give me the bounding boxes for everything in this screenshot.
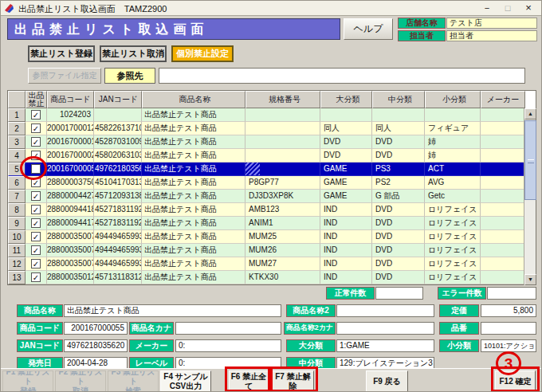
product-code-field[interactable]: 200167000055 [64, 322, 128, 335]
close-button[interactable]: × [519, 2, 538, 14]
checked-checkbox-icon[interactable]: ✓ [31, 218, 41, 228]
cell-sho: ロリフェイス [425, 230, 481, 244]
checked-checkbox-icon[interactable]: ✓ [31, 232, 41, 241]
cell-kikaku: MUM26 [245, 244, 320, 257]
error-count-label: エラー件数 [438, 287, 486, 300]
checked-checkbox-icon[interactable]: ✓ [31, 205, 41, 214]
f3-search-button: F3 禁止リスト検索 [108, 370, 159, 392]
cell-chu: G 部品 [372, 190, 425, 203]
product-name-field[interactable]: 出品禁止テスト商品 [64, 304, 281, 317]
scroll-up-icon[interactable]: ▲ [524, 108, 536, 120]
cell-maker [481, 163, 525, 176]
cell-jan-code: 4582261371076 [94, 122, 142, 135]
checked-checkbox-icon[interactable]: ✓ [31, 123, 41, 133]
minimize-button[interactable]: − [477, 2, 497, 14]
cell-sho: ロリフェイス [425, 244, 481, 257]
cell-jan-code: 4944946599333 [94, 257, 142, 271]
row-number: 3 [8, 135, 26, 149]
f2-cancel-button: F2 禁止リスト取消 [55, 370, 106, 392]
table-row[interactable]: 2✓2000170001214582261371076出品禁止テスト商品同人同人… [8, 122, 536, 135]
table-row[interactable]: 13✓2880003501214571311831213出品禁止テスト商品KTK… [8, 271, 536, 284]
checked-checkbox-icon[interactable]: ✓ [31, 110, 41, 120]
cell-kikaku [245, 135, 320, 149]
checked-checkbox-icon[interactable]: ✓ [31, 259, 41, 269]
table-row[interactable]: 52001670000554976218035620出品禁止テスト商品GAMEP… [8, 163, 536, 176]
cell-product-name: 出品禁止テスト商品 [142, 257, 245, 271]
table-row[interactable]: 11✓2880003500764944946599326出品禁止テスト商品MUM… [8, 244, 536, 257]
cell-jan-code: 4510417031321 [94, 176, 142, 190]
ban-checkbox-cell[interactable]: ✓ [26, 135, 47, 149]
vertical-scrollbar[interactable]: ▲ ▼ [524, 108, 536, 285]
scroll-thumb[interactable] [524, 120, 536, 200]
product-code-label: 商品コード [17, 322, 63, 335]
cell-kikaku: KTKX30 [245, 271, 320, 284]
f9-back-button[interactable]: F9 戻る [366, 370, 408, 392]
jan-code-field[interactable]: 4976218035620 [64, 339, 128, 352]
individual-ban-button[interactable]: 個別禁止設定 [171, 45, 234, 62]
file-path-input[interactable] [159, 68, 525, 84]
checked-checkbox-icon[interactable]: ✓ [31, 272, 41, 282]
browse-button[interactable]: 参照先 [104, 68, 155, 84]
product-name2-kana-label: 商品名称2カナ [284, 322, 336, 335]
cell-chu [372, 108, 425, 122]
part-number-field[interactable] [481, 322, 536, 335]
normal-count-field [375, 287, 423, 300]
ban-checkbox-cell[interactable]: ✓ [26, 244, 47, 257]
checked-checkbox-icon[interactable]: ✓ [31, 191, 41, 201]
ban-checkbox-cell[interactable]: ✓ [26, 230, 47, 244]
cell-sho: ロリフェイス [425, 257, 481, 271]
header-code: 商品コード [47, 91, 94, 108]
table-row[interactable]: 12✓2880003500774944946599333出品禁止テスト商品MUM… [8, 257, 536, 271]
ban-checkbox-cell[interactable]: ✓ [26, 203, 47, 217]
cancel-list-button[interactable]: 禁止リスト取消 [100, 45, 167, 62]
cell-sho: AVG [425, 176, 481, 190]
table-row[interactable]: 9✓2880009441714527183119269出品禁止テスト商品ANIM… [8, 217, 536, 230]
cell-jan-code: 4944946599319 [94, 230, 142, 244]
cell-dai: IND [320, 230, 372, 244]
cell-sho: Getc [425, 190, 481, 203]
product-kana-field[interactable] [175, 322, 281, 335]
scroll-down-icon[interactable]: ▼ [524, 274, 536, 285]
page-title: 出品禁止リスト取込画面 [7, 18, 340, 40]
cell-dai: IND [320, 203, 372, 217]
maximize-button[interactable]: □ [498, 2, 517, 14]
ban-checkbox-cell[interactable]: ✓ [26, 122, 47, 135]
product-name2-kana-field[interactable] [336, 322, 434, 335]
cell-product-code: 200167000016 [47, 135, 94, 149]
table-row[interactable]: 4✓2001670000224580206310357出品禁止テスト商品DVDD… [8, 149, 536, 163]
ban-checkbox-cell[interactable]: ✓ [26, 257, 47, 271]
ref-file-button: 参照ファイル指定 [28, 68, 101, 84]
list-price-label: 定価 [439, 304, 479, 317]
table-row[interactable]: 7✓2880000442734571209313803出品禁止テスト商品DJ3D… [8, 190, 536, 203]
table-row[interactable]: 8✓2880009441834527183119276出品禁止テスト商品AMB1… [8, 203, 536, 217]
checked-checkbox-icon[interactable]: ✓ [31, 245, 41, 255]
cell-kikaku [245, 149, 320, 163]
list-price-field[interactable]: 5,800 [481, 304, 536, 317]
f4-sample-csv-button[interactable]: F4 サンプルCSV出力 [160, 370, 211, 392]
row-number: 8 [8, 203, 26, 217]
ban-checkbox-cell[interactable]: ✓ [26, 271, 47, 284]
product-name2-field[interactable] [336, 304, 434, 317]
major-category-field[interactable]: 1:GAME [336, 339, 434, 352]
table-row[interactable]: 3✓2001670000164528703100903出品禁止テスト商品DVDD… [8, 135, 536, 149]
cell-product-name: 出品禁止テスト商品 [142, 217, 245, 230]
maker-field[interactable]: 0: [175, 339, 281, 352]
help-button[interactable]: ヘルプ [344, 18, 393, 40]
checked-checkbox-icon[interactable]: ✓ [31, 137, 41, 147]
table-row[interactable]: 1✓1024203出品禁止テスト商品 [8, 108, 536, 122]
table-row[interactable]: 10✓2880003500754944946599319出品禁止テスト商品MUM… [8, 230, 536, 244]
cell-chu: PS2 [372, 176, 425, 190]
window-title: 出品禁止リスト取込画面 TAMZ2900 [18, 3, 167, 15]
row-number: 10 [8, 230, 26, 244]
part-number-label: 品番 [439, 322, 479, 335]
product-name2-label: 商品名称2 [286, 304, 336, 317]
row-number: 7 [8, 190, 26, 203]
ban-checkbox-cell[interactable]: ✓ [26, 217, 47, 230]
cell-kikaku: P8GP77 [245, 176, 320, 190]
table-row[interactable]: 6✓2880000375014510417031321出品禁止テスト商品P8GP… [8, 176, 536, 190]
ban-checkbox-cell[interactable]: ✓ [26, 108, 47, 122]
ban-checkbox-cell[interactable]: ✓ [26, 190, 47, 203]
register-list-button[interactable]: 禁止リスト登録 [28, 45, 95, 62]
cell-maker [481, 244, 525, 257]
minor-category-field[interactable]: 10101:アクション [481, 339, 536, 352]
